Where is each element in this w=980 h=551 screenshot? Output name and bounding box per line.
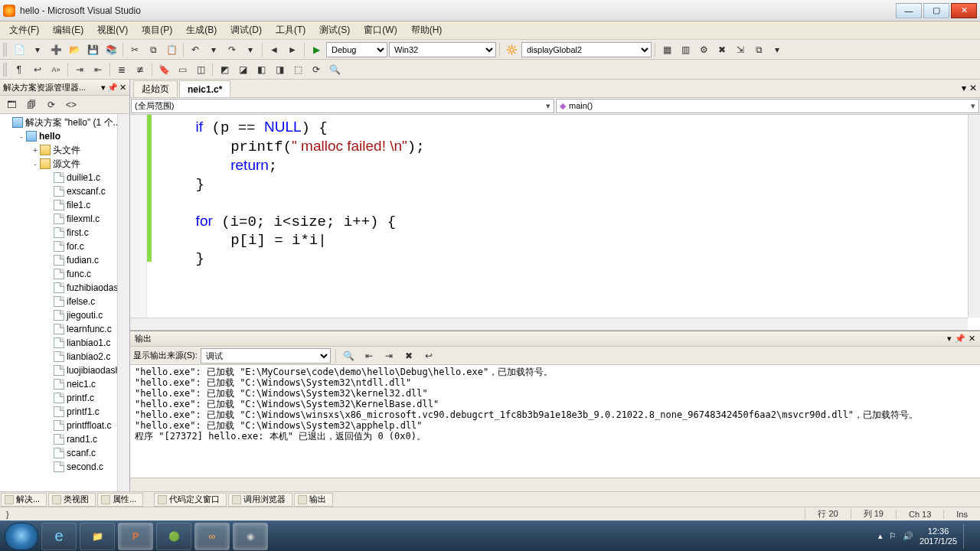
uncomment-button[interactable]: ≢	[132, 61, 149, 78]
output-footer-scroll[interactable]	[130, 478, 980, 491]
panel-pin-icon[interactable]: 📌	[107, 83, 118, 93]
tab-start-page[interactable]: 起始页	[133, 80, 178, 97]
close-button[interactable]: ✕	[951, 3, 977, 18]
output-text[interactable]: "hello.exe": 已加载 "E:\MyCourse\code\demo\…	[130, 365, 980, 478]
tree-file-0[interactable]: duilie1.c	[0, 171, 129, 184]
tree-file-7[interactable]: func.c	[0, 267, 129, 281]
system-tray[interactable]: ▴ ⚐ 🔊 12:36 2017/1/25	[874, 524, 975, 549]
output-pin-icon[interactable]: 📌	[955, 334, 965, 344]
undo-dropdown[interactable]: ▾	[205, 41, 222, 58]
tree-file-8[interactable]: fuzhibiaodas...	[0, 281, 129, 295]
paste-button[interactable]: 📋	[163, 41, 180, 58]
editor-btn-8[interactable]: ⟳	[308, 61, 325, 78]
panel-close-icon[interactable]: ✕	[119, 83, 126, 93]
tree-file-5[interactable]: for.c	[0, 240, 129, 253]
tab-list-dropdown-icon[interactable]: ▾	[962, 83, 966, 93]
toolbar-btn-f[interactable]: ⧉	[750, 41, 767, 58]
tray-clock[interactable]: 12:36 2017/1/25	[920, 527, 957, 546]
scope-left-dropdown[interactable]: (全局范围)▾	[131, 99, 554, 113]
tree-file-9[interactable]: ifelse.c	[0, 295, 129, 308]
bottom-tab-right-1[interactable]: 调用浏览器	[228, 493, 292, 507]
se-viewcode-button[interactable]: <>	[63, 96, 80, 113]
redo-dropdown[interactable]: ▾	[242, 41, 259, 58]
output-find-button[interactable]: 🔍	[341, 347, 358, 364]
taskbar-powerpoint[interactable]: P	[118, 523, 153, 550]
symbol-dropdown[interactable]: displayGlobal2	[521, 42, 652, 57]
output-wrap-button[interactable]: ↩	[420, 347, 437, 364]
nav-fwd-button[interactable]: ►	[284, 41, 301, 58]
add-item-button[interactable]: ➕	[47, 41, 64, 58]
az-button[interactable]: A»	[47, 61, 64, 78]
comment-button[interactable]: ≣	[113, 61, 130, 78]
se-properties-button[interactable]: 🗔	[3, 96, 20, 113]
menu-item-2[interactable]: 视图(V)	[91, 21, 134, 39]
tree-file-10[interactable]: jiegouti.c	[0, 308, 129, 322]
editor-horizontal-scrollbar[interactable]	[130, 318, 968, 330]
bookmark-button[interactable]: 🔖	[155, 61, 172, 78]
tray-flag-icon[interactable]: ⚐	[889, 531, 897, 541]
tree-file-2[interactable]: file1.c	[0, 198, 129, 212]
tree-file-17[interactable]: printf1.c	[0, 405, 129, 419]
outdent-button[interactable]: ⇤	[90, 61, 106, 78]
toolbar-btn-d[interactable]: ✖	[714, 41, 730, 58]
undo-button[interactable]: ↶	[187, 41, 204, 58]
tree-file-20[interactable]: scanf.c	[0, 446, 129, 460]
tree-folder-sources[interactable]: -源文件	[0, 157, 129, 171]
output-goto-prev-button[interactable]: ⇤	[361, 347, 377, 364]
output-source-dropdown[interactable]: 调试	[201, 348, 331, 364]
bottom-tab-left-0[interactable]: 解决...	[1, 493, 47, 507]
copy-button[interactable]: ⧉	[145, 41, 162, 58]
toolbar-btn-c[interactable]: ⚙	[695, 41, 712, 58]
tray-chevron-up-icon[interactable]: ▴	[878, 531, 883, 541]
tree-file-3[interactable]: filexml.c	[0, 212, 129, 226]
menu-item-5[interactable]: 调试(D)	[224, 21, 268, 39]
toolbar-btn-b[interactable]: ▥	[677, 41, 694, 58]
tree-file-19[interactable]: rand1.c	[0, 432, 129, 446]
code-editor[interactable]: if (p == NULL) { printf(" malloc failed!…	[130, 115, 980, 331]
helper-icon[interactable]: 🔆	[503, 41, 520, 58]
new-project-button[interactable]: 📄	[11, 41, 28, 58]
start-debug-button[interactable]: ▶	[308, 41, 325, 58]
menu-item-3[interactable]: 项目(P)	[136, 21, 178, 39]
tree-file-4[interactable]: first.c	[0, 226, 129, 240]
bottom-tab-left-2[interactable]: 属性...	[97, 493, 143, 507]
tree-file-1[interactable]: exscanf.c	[0, 184, 129, 198]
start-button[interactable]	[5, 523, 38, 550]
tree-file-18[interactable]: printffloat.c	[0, 419, 129, 432]
editor-vertical-scrollbar[interactable]	[968, 115, 980, 318]
bottom-tab-right-2[interactable]: 输出	[294, 493, 333, 507]
menu-item-8[interactable]: 窗口(W)	[358, 21, 403, 39]
editor-btn-1[interactable]: ▭	[174, 61, 191, 78]
taskbar-visualstudio[interactable]: ∞	[194, 523, 230, 550]
tab-close-icon[interactable]: ✕	[969, 83, 977, 93]
taskbar-ie[interactable]: e	[41, 523, 77, 550]
editor-btn-7[interactable]: ⬚	[289, 61, 306, 78]
tree-file-11[interactable]: learnfunc.c	[0, 322, 129, 336]
menu-item-7[interactable]: 测试(S)	[313, 21, 356, 39]
tree-file-13[interactable]: lianbiao2.c	[0, 350, 129, 364]
show-desktop-button[interactable]	[963, 524, 971, 549]
editor-btn-2[interactable]: ◫	[192, 61, 209, 78]
cut-button[interactable]: ✂	[126, 41, 143, 58]
maximize-button[interactable]: ▢	[923, 3, 949, 18]
panel-dropdown-icon[interactable]: ▾	[101, 83, 106, 93]
new-dropdown[interactable]: ▾	[29, 41, 46, 58]
taskbar-obs[interactable]: ◉	[233, 523, 268, 550]
tree-folder-headers[interactable]: +头文件	[0, 143, 129, 157]
tree-file-6[interactable]: fudian.c	[0, 253, 129, 267]
save-button[interactable]: 💾	[84, 41, 101, 58]
minimize-button[interactable]: —	[896, 3, 922, 18]
sidebar-scrollbar[interactable]	[117, 114, 129, 491]
tree-file-16[interactable]: printf.c	[0, 391, 129, 405]
tray-volume-icon[interactable]: 🔊	[903, 531, 913, 541]
output-goto-next-button[interactable]: ⇥	[381, 347, 397, 364]
wordwrap-button[interactable]: ↩	[29, 61, 46, 78]
editor-btn-4[interactable]: ◪	[234, 61, 251, 78]
redo-button[interactable]: ↷	[224, 41, 240, 58]
output-clear-button[interactable]: ✖	[400, 347, 417, 364]
toolbar-btn-a[interactable]: ▦	[658, 41, 675, 58]
tree-file-12[interactable]: lianbiao1.c	[0, 336, 129, 350]
menu-item-4[interactable]: 生成(B)	[180, 21, 223, 39]
indent-button[interactable]: ⇥	[71, 61, 88, 78]
tree-project[interactable]: -hello	[0, 129, 129, 143]
